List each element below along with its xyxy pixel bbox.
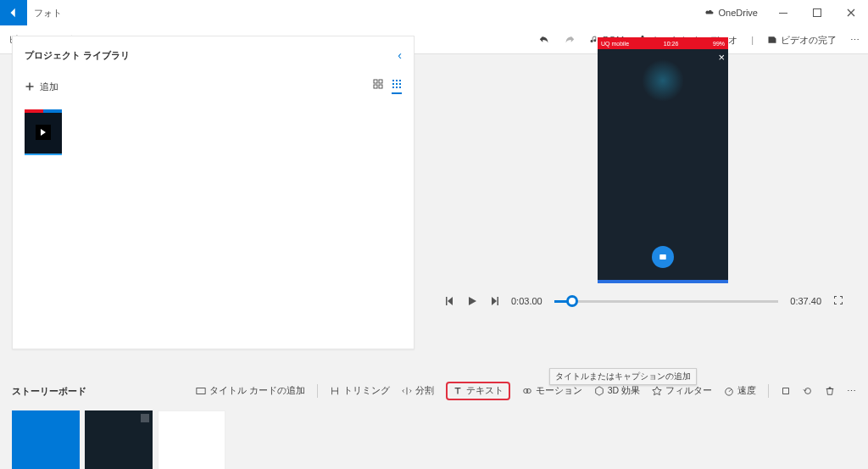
filter-button[interactable]: フィルター	[652, 385, 712, 397]
motion-button[interactable]: モーション	[522, 385, 582, 397]
more-button[interactable]: ⋯	[850, 35, 860, 46]
card-icon	[196, 386, 206, 396]
add-label: 追加	[40, 81, 58, 93]
separator	[317, 384, 318, 398]
filter-label: フィルター	[665, 385, 712, 397]
thumb-underline	[25, 154, 62, 155]
title-bar: フォト OneDrive	[0, 0, 868, 25]
phone-statusbar: UQ mobile 10:26 99%	[598, 37, 728, 49]
svg-rect-13	[396, 87, 398, 88]
svg-rect-1	[814, 9, 821, 17]
filter-icon	[652, 386, 662, 396]
3d-button[interactable]: 3D 効果	[594, 385, 640, 397]
playback-controls: 0:03.00 0:37.40	[445, 295, 843, 307]
fullscreen-button[interactable]	[833, 295, 843, 307]
svg-rect-2	[374, 80, 377, 83]
project-library: プロジェクト ライブラリ ‹ 追加	[12, 36, 415, 349]
back-button[interactable]	[0, 0, 27, 25]
onedrive-button[interactable]: OneDrive	[704, 8, 758, 18]
grid-small-icon	[392, 79, 402, 89]
skip-forward-icon	[489, 296, 499, 306]
svg-rect-6	[392, 80, 394, 81]
storyboard-clip[interactable]: 34.39	[85, 410, 153, 469]
maximize-button[interactable]	[800, 0, 834, 25]
text-label: テキスト	[466, 385, 504, 397]
prev-frame-button[interactable]	[445, 296, 455, 306]
rotate-button[interactable]	[803, 386, 813, 396]
plus-icon	[25, 81, 35, 92]
clip-select-indicator	[141, 414, 149, 422]
minimize-button[interactable]	[766, 0, 800, 25]
svg-rect-16	[446, 297, 448, 305]
svg-rect-5	[379, 85, 382, 88]
video-preview[interactable]: UQ mobile 10:26 99% ×	[598, 37, 728, 283]
seek-knob[interactable]	[566, 295, 578, 307]
thumb-stripe	[25, 109, 62, 113]
text-button[interactable]: テキスト	[446, 382, 510, 400]
svg-rect-3	[379, 80, 382, 83]
minimize-icon	[778, 8, 788, 18]
split-button[interactable]: 分割	[402, 385, 434, 397]
trim-icon	[330, 386, 340, 396]
library-clip-thumb[interactable]	[25, 109, 62, 155]
total-time: 0:37.40	[790, 296, 821, 306]
svg-rect-4	[374, 85, 377, 88]
grid-large-button[interactable]	[373, 79, 383, 94]
status-carrier: UQ mobile	[601, 41, 629, 47]
preview-fab-icon	[652, 246, 674, 268]
window-controls: OneDrive	[704, 0, 868, 25]
svg-rect-0	[779, 13, 787, 14]
collapse-library-button[interactable]: ‹	[398, 48, 402, 62]
status-time: 10:26	[664, 41, 679, 47]
speed-label: 速度	[737, 385, 756, 397]
trim-label: トリミング	[343, 385, 390, 397]
thumb-play-icon	[36, 125, 51, 140]
preview-panel: UQ mobile 10:26 99% × 0:03.00 0:37.40	[445, 37, 843, 307]
preview-close-icon: ×	[718, 51, 725, 64]
play-icon	[467, 296, 477, 306]
close-button[interactable]	[834, 0, 868, 25]
cube-icon	[594, 386, 604, 396]
seek-bar[interactable]	[554, 300, 779, 303]
storyboard-empty-slot[interactable]	[158, 410, 225, 469]
title-card-button[interactable]: タイトル カードの追加	[196, 385, 305, 397]
title-card-label: タイトル カードの追加	[209, 385, 305, 397]
speed-button[interactable]: 速度	[724, 385, 756, 397]
grid-small-button[interactable]	[392, 79, 402, 94]
more-storyboard-button[interactable]: ⋯	[847, 386, 856, 396]
svg-point-20	[526, 388, 531, 393]
svg-rect-18	[197, 388, 205, 394]
skip-back-icon	[445, 296, 455, 306]
split-label: 分割	[415, 385, 434, 397]
text-icon	[453, 386, 463, 396]
svg-rect-17	[498, 297, 499, 305]
crop-button[interactable]	[781, 386, 791, 396]
svg-rect-11	[399, 83, 401, 85]
next-frame-button[interactable]	[489, 296, 499, 306]
separator	[768, 384, 769, 398]
add-media-button[interactable]: 追加	[25, 81, 58, 93]
storyboard-title: ストーリーボード	[12, 385, 86, 398]
3d-label: 3D 効果	[608, 385, 640, 397]
motion-icon	[522, 386, 532, 396]
library-title: プロジェクト ライブラリ	[25, 49, 130, 62]
onedrive-label: OneDrive	[719, 8, 758, 18]
maximize-icon	[812, 8, 822, 18]
delete-button[interactable]	[825, 386, 835, 396]
split-icon	[402, 386, 412, 396]
view-toggle	[373, 79, 402, 94]
rotate-icon	[803, 386, 813, 396]
storyboard-clip[interactable]: 3.0	[12, 410, 80, 469]
svg-rect-15	[659, 254, 666, 260]
svg-rect-14	[399, 87, 401, 88]
speed-icon	[724, 386, 734, 396]
storyboard-tools: タイトル カードの追加 トリミング 分割 テキスト モーション 3D 効果 フィ…	[196, 382, 856, 400]
play-button[interactable]	[467, 296, 477, 306]
trash-icon	[825, 386, 835, 396]
svg-rect-8	[399, 80, 401, 81]
svg-point-21	[726, 388, 733, 396]
trim-button[interactable]: トリミング	[330, 385, 390, 397]
arrow-left-icon	[8, 7, 19, 19]
close-icon	[846, 8, 856, 18]
svg-rect-10	[396, 83, 398, 85]
